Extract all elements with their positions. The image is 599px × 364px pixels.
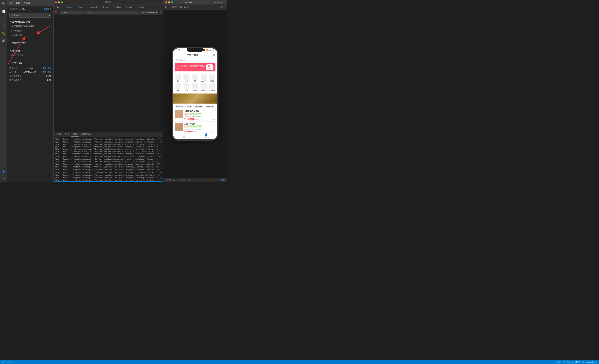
- tab-problems[interactable]: 问题: [55, 132, 63, 137]
- category-icon: [184, 74, 190, 80]
- scan-preview-item[interactable]: ▷ 扫码预览: [7, 28, 53, 33]
- filter-sort[interactable]: 智能排序 ▾: [193, 105, 203, 108]
- app-info-details: 项目名称： asdfads 修改 复制 APP ID： ks7107243182…: [7, 65, 53, 83]
- category-item[interactable]: 日韩料理: [208, 83, 216, 92]
- category-item[interactable]: 西餐: [191, 74, 199, 82]
- devtools-more-btn[interactable]: ⋮: [160, 6, 162, 9]
- food-desc: "肉包鲜美，吃一口顿顿流油": [184, 116, 215, 118]
- banner-btn[interactable]: 去开启: [206, 64, 213, 70]
- phone-max-btn[interactable]: [171, 1, 173, 3]
- chevron-icon: ▼: [9, 21, 11, 23]
- log-line: file: /Use... /Projects/miniapp/asffds/n…: [53, 155, 163, 158]
- cache-section: ▼ 缓存管理 域名配置信息: [7, 48, 53, 58]
- more-icon[interactable]: ···: [210, 53, 211, 57]
- category-item[interactable]: 川湘菜: [208, 74, 216, 82]
- sidebar-icon-link[interactable]: 🔗: [1, 38, 6, 43]
- log-line: file: /User... /Projects/miniapp/asffds/…: [53, 163, 163, 165]
- tab-sources[interactable]: Sources: [76, 5, 88, 10]
- category-icon: [209, 83, 215, 89]
- run-simulator-item[interactable]: ⚙ 在模拟器中运行和调试: [7, 24, 53, 28]
- category-item[interactable]: 美食: [174, 74, 182, 82]
- tab-appdata[interactable]: AppData: [111, 5, 124, 10]
- scan-preview-label: 扫码预览: [14, 29, 22, 32]
- publish-header[interactable]: ▼ 发布快手小程序: [7, 41, 53, 45]
- eye-icon[interactable]: 👁: [83, 11, 85, 13]
- remote-debug-item[interactable]: ✕ 远程调试: [7, 33, 53, 37]
- category-item[interactable]: 火锅: [183, 74, 191, 82]
- tab-output[interactable]: 输出: [63, 132, 71, 137]
- mode-selector[interactable]: 普通编辑: [9, 13, 51, 17]
- location-pin-icon: 📍: [175, 59, 177, 61]
- sidebar-icon-explorer[interactable]: 📄: [1, 9, 6, 13]
- app-header-title: 小程序模板: [176, 53, 209, 57]
- food-item[interactable]: 大口吃肉自助烤肉 品质 额好通 商家可用 "肉包鲜美，吃一口顿顿流油" ¥120…: [173, 109, 217, 122]
- url-input[interactable]: [62, 11, 81, 14]
- app-id-value: ks7107243182...: [23, 71, 38, 73]
- app-id-copy-btn[interactable]: 复制: [47, 71, 51, 74]
- category-icon: [209, 74, 215, 80]
- log-level-select[interactable]: Default levels ▾: [140, 11, 158, 14]
- close-icon[interactable]: ✕: [213, 53, 215, 57]
- category-item[interactable]: 快餐: [174, 83, 182, 92]
- sidebar-icon-search[interactable]: 🔍: [1, 1, 6, 6]
- nav-profile[interactable]: 👤 我的: [195, 132, 217, 139]
- cache-header[interactable]: ▼ 缓存管理: [7, 49, 53, 53]
- phone-grid2-icon[interactable]: ⊟: [217, 1, 219, 3]
- domain-config-item[interactable]: 域名配置信息: [7, 53, 53, 57]
- tab-storage[interactable]: Storage: [100, 5, 111, 10]
- switch-project-btn[interactable]: 切换项目: [43, 8, 51, 11]
- sidebar-icon-account[interactable]: 👤: [1, 169, 6, 174]
- dot: [214, 102, 215, 103]
- block-btn[interactable]: ⊘: [59, 11, 60, 13]
- page-path-prefix: 页面路径：: [165, 179, 175, 181]
- project-name-value: asdfads: [27, 67, 34, 70]
- category-item[interactable]: 自助餐: [200, 74, 208, 82]
- tab-debug-console[interactable]: 调试控制台: [79, 132, 93, 137]
- project-name-copy-btn[interactable]: 复制: [47, 67, 51, 70]
- sidebar-icon-debug[interactable]: 🐛: [1, 31, 6, 35]
- devtools-close-btn[interactable]: [55, 1, 57, 3]
- copy-path-btn[interactable]: 复制: [221, 179, 225, 181]
- tab-network[interactable]: Network: [88, 5, 100, 10]
- phone-grid-icon[interactable]: ⊞: [214, 1, 216, 3]
- run-debug-header[interactable]: ▼ 运行和调试快手小程序: [7, 20, 53, 24]
- category-item[interactable]: 印度菜: [200, 83, 208, 92]
- tab-kxml[interactable]: Kxml: [54, 5, 63, 10]
- nav-home[interactable]: ⌂ 首页: [173, 132, 195, 139]
- tag-good: 额好通: [189, 113, 195, 115]
- sidebar-icon-extensions[interactable]: ⊞: [1, 23, 6, 28]
- devtools-settings-btn[interactable]: ⚙: [159, 11, 162, 14]
- category-icon: [175, 83, 181, 89]
- location-bar[interactable]: 📍 请先定位: [173, 58, 217, 62]
- filter-more[interactable]: 其他筛选 ▾: [204, 105, 215, 108]
- tab-console[interactable]: Console: [63, 5, 76, 10]
- devtools-tabs: Kxml Console Sources Network Storage App…: [53, 5, 163, 10]
- phone-close-btn[interactable]: [165, 1, 167, 3]
- category-row-2: 快餐 烧烤 泰国菜 印度菜: [173, 83, 217, 93]
- filter-input[interactable]: [86, 11, 139, 14]
- phone-min-btn[interactable]: [168, 1, 170, 3]
- filter-nearby[interactable]: 附近 ▾: [185, 105, 193, 108]
- category-icon: [201, 83, 207, 89]
- category-item[interactable]: 泰国菜: [191, 83, 199, 92]
- compiler-row: 编译器版本： 1.8.3: [9, 78, 51, 82]
- filter-all-food[interactable]: 全部美食 ▾: [174, 105, 185, 108]
- food-thumbnail: [175, 110, 183, 118]
- phone-expand-icon[interactable]: ⤢: [223, 1, 225, 3]
- tab-terminal[interactable]: 终端: [71, 132, 79, 137]
- sidebar-icon-settings[interactable]: ⚙: [1, 176, 6, 181]
- tab-audits[interactable]: Audits: [136, 5, 146, 10]
- category-row-1: 美食 火锅 西餐 自助餐: [173, 72, 217, 84]
- project-name-edit-btn[interactable]: 修改: [42, 67, 46, 70]
- phone-refresh-icon[interactable]: ↻: [220, 1, 222, 3]
- project-name-row: 项目名称： asdfads 修改 复制: [9, 66, 51, 70]
- category-label: 泰国菜: [193, 89, 197, 92]
- sidebar-icon-git[interactable]: ⑂: [1, 16, 6, 21]
- devtools-max-btn[interactable]: [61, 1, 63, 3]
- category-item[interactable]: 烧烤: [183, 83, 191, 92]
- clear-console-btn[interactable]: 🚫: [55, 11, 57, 13]
- app-id-edit-btn[interactable]: 修改: [42, 71, 46, 74]
- devtools-min-btn[interactable]: [58, 1, 60, 3]
- app-info-header[interactable]: ▼ 小程序信息: [7, 61, 53, 65]
- tab-security[interactable]: Security: [124, 5, 136, 10]
